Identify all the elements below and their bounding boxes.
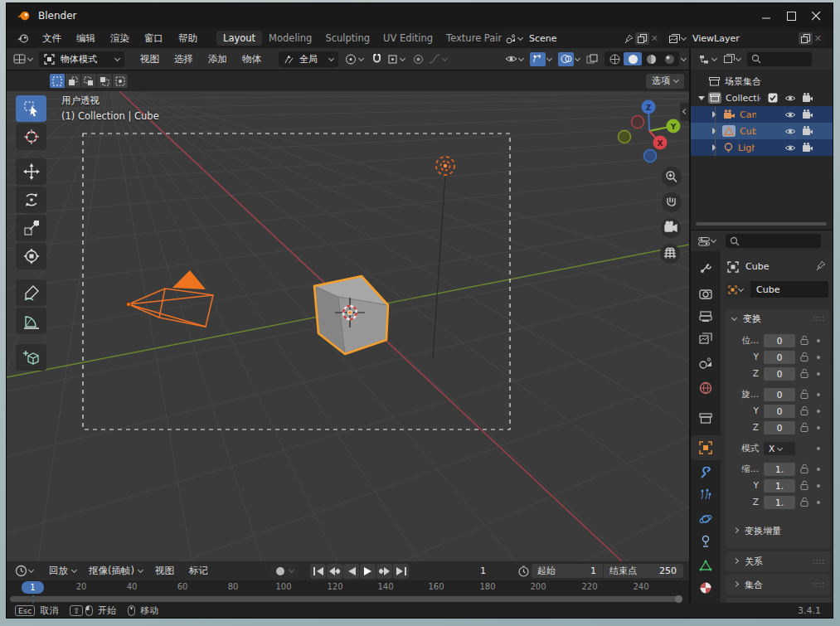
tool-rotate[interactable] <box>16 187 46 213</box>
menu-window[interactable]: 窗口 <box>137 32 171 45</box>
menu-playback[interactable]: 回放 <box>41 565 75 577</box>
menu-render[interactable]: 渲染 <box>103 32 137 45</box>
lock-icon[interactable] <box>800 368 808 379</box>
camera-object[interactable] <box>127 270 214 327</box>
disable-render-icon[interactable] <box>802 126 813 136</box>
outliner-search-input[interactable] <box>747 52 812 66</box>
tool-annotate[interactable] <box>16 279 46 306</box>
collection-checkbox[interactable] <box>768 93 778 103</box>
tab-scene-icon[interactable] <box>699 357 712 369</box>
expand-icon[interactable] <box>698 95 705 101</box>
sidebar-toggle[interactable] <box>680 103 689 121</box>
disable-render-icon[interactable] <box>802 93 813 103</box>
snap-toggle-icon[interactable] <box>371 54 382 65</box>
expand-icon[interactable] <box>711 144 717 151</box>
tab-constraints-icon[interactable] <box>699 535 712 548</box>
outliner-row-camera[interactable]: Camera <box>691 106 833 123</box>
disable-render-icon[interactable] <box>802 143 813 153</box>
pin-icon[interactable] <box>815 260 826 271</box>
collection-row[interactable]: Collection <box>691 90 833 106</box>
frame-start-field[interactable]: 起始 1 <box>532 564 603 578</box>
scene-icon[interactable] <box>505 34 517 44</box>
shading-solid-icon[interactable] <box>624 52 642 66</box>
scrollbar-knob[interactable] <box>675 595 682 603</box>
lock-icon[interactable] <box>800 389 808 400</box>
tool-cursor[interactable] <box>16 124 46 150</box>
object-name[interactable]: Cube <box>740 126 756 137</box>
animate-dot[interactable] <box>817 339 820 342</box>
workspace-tab-sculpting[interactable]: Sculpting <box>318 31 376 46</box>
outliner-row-cube[interactable]: Cube <box>691 123 833 139</box>
tool-add-cube[interactable] <box>16 344 46 371</box>
collections-panel[interactable]: 集合 :::: <box>726 575 830 594</box>
animate-dot[interactable] <box>817 484 820 488</box>
current-frame-field[interactable]: 1 <box>451 564 515 578</box>
zoom-button[interactable] <box>662 167 682 187</box>
workspace-tab-modeling[interactable]: Modeling <box>262 31 318 46</box>
mode-selector[interactable]: 物体模式 <box>39 51 124 67</box>
menu-object[interactable]: 物体 <box>235 53 269 66</box>
menu-help[interactable]: 帮助 <box>171 32 205 45</box>
transform-orientation[interactable]: 全局 <box>279 51 338 67</box>
rotation-x-field[interactable]: 0 <box>764 388 795 401</box>
object-name[interactable]: Light <box>738 143 755 153</box>
overlays-toggle-icon[interactable] <box>558 52 574 66</box>
id-type-selector[interactable] <box>726 281 750 298</box>
tab-render-icon[interactable] <box>699 289 712 300</box>
scene-collection-row[interactable]: 场景集合 <box>691 73 833 90</box>
scale-x-field[interactable]: 1. <box>764 463 795 476</box>
scrollbar-bar[interactable] <box>10 596 680 602</box>
tab-material-icon[interactable] <box>699 581 712 594</box>
animate-dot[interactable] <box>817 372 820 376</box>
relations-panel[interactable]: 关系 :::: <box>726 551 830 571</box>
tab-particles-icon[interactable] <box>699 488 712 501</box>
menu-edit[interactable]: 编辑 <box>69 32 103 45</box>
menu-select[interactable]: 选择 <box>167 53 201 66</box>
workspace-tab-uvediting[interactable]: UV Editing <box>376 31 439 46</box>
xray-toggle-icon[interactable] <box>586 54 598 65</box>
close-button[interactable] <box>804 3 828 28</box>
play-reverse-button[interactable] <box>343 564 359 579</box>
playhead[interactable]: 1 <box>22 581 44 594</box>
scene-name[interactable]: Scene <box>529 33 557 44</box>
viewlayer-selector[interactable]: ViewLayer ✕ <box>666 31 826 46</box>
shading-wireframe-icon[interactable] <box>605 52 624 66</box>
menu-markers[interactable]: 标记 <box>182 565 216 577</box>
proportional-editing-icon[interactable] <box>413 54 424 65</box>
shading-material-icon[interactable] <box>642 52 660 66</box>
properties-search-input[interactable] <box>726 234 821 248</box>
timeline-scrollbar[interactable] <box>7 595 689 603</box>
timeline-editor-icon[interactable] <box>15 565 27 577</box>
select-invert-icon[interactable] <box>97 74 112 88</box>
pan-button[interactable] <box>662 192 682 212</box>
shading-rendered-icon[interactable] <box>660 52 678 66</box>
pin-icon[interactable] <box>624 34 634 44</box>
tool-select-box[interactable] <box>16 95 46 122</box>
lock-icon[interactable] <box>800 480 808 491</box>
workspace-tab-layout[interactable]: Layout <box>216 31 262 46</box>
viewlayer-icon[interactable] <box>669 34 680 44</box>
location-x-field[interactable]: 0 <box>764 334 795 347</box>
lock-icon[interactable] <box>800 463 808 474</box>
outliner-filter-icon[interactable] <box>724 54 735 64</box>
next-keyframe-button[interactable] <box>376 564 392 579</box>
hide-icon[interactable] <box>784 94 796 103</box>
tab-collection-icon[interactable] <box>699 413 712 424</box>
object-name-input[interactable]: Cube <box>750 281 828 298</box>
viewlayer-name[interactable]: ViewLayer <box>692 33 740 44</box>
select-extend-icon[interactable] <box>66 74 80 88</box>
lock-icon[interactable] <box>800 335 808 346</box>
expand-icon[interactable] <box>711 128 717 134</box>
axis-neg-z[interactable] <box>644 150 657 163</box>
animate-dot[interactable] <box>817 356 820 359</box>
jump-start-button[interactable] <box>310 564 326 579</box>
lock-icon[interactable] <box>800 405 808 416</box>
menu-view[interactable]: 视图 <box>133 53 167 66</box>
scale-y-field[interactable]: 1. <box>764 479 795 493</box>
new-scene-icon[interactable] <box>635 32 649 45</box>
outliner-row-light[interactable]: Light <box>691 139 833 156</box>
options-button[interactable]: 选项 <box>646 74 684 89</box>
light-object[interactable] <box>436 157 454 175</box>
outliner-editor-icon[interactable] <box>699 54 711 65</box>
lock-icon[interactable] <box>800 352 808 362</box>
